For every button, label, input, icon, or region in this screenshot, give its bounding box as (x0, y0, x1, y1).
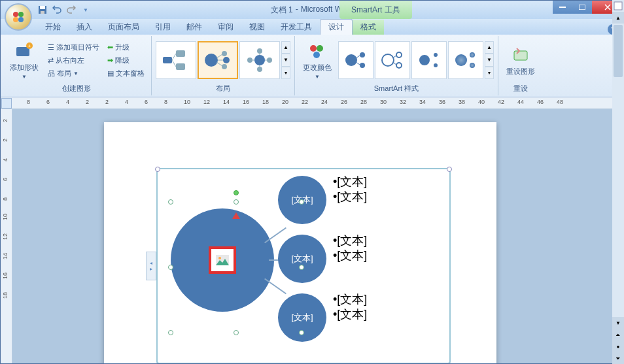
svg-line-23 (217, 62, 222, 66)
svg-point-33 (310, 45, 317, 52)
layout-option-3[interactable] (239, 41, 280, 79)
undo-icon[interactable] (52, 5, 62, 15)
svg-point-18 (222, 51, 227, 56)
layout-option-2[interactable] (198, 41, 238, 79)
minimize-button[interactable] (553, 1, 572, 14)
group-reset: 重设图形 重设 (498, 36, 543, 95)
ruler-mark: 2 (2, 119, 9, 122)
resize-handle[interactable] (168, 330, 173, 335)
resize-handle[interactable] (168, 199, 173, 205)
smartart-bullet-group[interactable]: •[文本] •[文本] (333, 292, 367, 323)
scroll-down-button[interactable]: ▼ (612, 317, 624, 329)
text-pane-toggle[interactable]: ◂▸ (146, 252, 156, 280)
ruler-mark: 48 (557, 99, 563, 105)
layout-option-1[interactable] (156, 41, 196, 79)
ruler-mark: 6 (145, 99, 148, 105)
tab-review[interactable]: 审阅 (210, 20, 241, 35)
svg-point-34 (317, 45, 323, 52)
ruler-mark: 6 (46, 99, 50, 105)
demote-button[interactable]: ➡降级 (105, 54, 147, 67)
rtl-button[interactable]: ⇄从右向左 (45, 54, 102, 67)
layout-gallery-expand: ▲ ▼ ▾ (281, 41, 290, 79)
add-shape-button[interactable]: + 添加形状 ▼ (6, 38, 43, 82)
svg-rect-8 (579, 5, 585, 10)
resize-handle[interactable] (234, 199, 239, 205)
resize-handle[interactable] (168, 265, 173, 270)
svg-point-38 (360, 63, 365, 68)
ruler-mark: 34 (419, 99, 426, 105)
resize-handle[interactable] (299, 199, 304, 205)
text-pane-button[interactable]: ▤文本窗格 (105, 67, 147, 80)
svg-point-20 (222, 64, 227, 69)
gallery-up-button[interactable]: ▲ (281, 41, 290, 54)
style-option-2[interactable] (375, 41, 410, 79)
smartart-graphic[interactable]: ◂▸ [文本] [文本] [文本] •[文本] •[文本] •[文本] (156, 168, 451, 364)
style-option-4[interactable] (448, 41, 483, 79)
rotate-handle[interactable] (234, 190, 239, 195)
svg-point-28 (257, 67, 262, 72)
svg-line-39 (356, 56, 360, 58)
vertical-scrollbar[interactable]: ▲ ▼ ⏶ ● ⏷ (612, 0, 624, 364)
promote-button[interactable]: ⬅升级 (105, 41, 147, 54)
office-button[interactable] (5, 3, 32, 31)
redo-icon[interactable] (66, 5, 77, 15)
tab-references[interactable]: 引用 (147, 20, 179, 35)
style-option-1[interactable] (338, 41, 373, 79)
svg-point-50 (470, 52, 475, 58)
ruler-mark: 44 (517, 99, 524, 105)
smartart-bullet-group[interactable]: •[文本] •[文本] (333, 233, 367, 264)
tab-design[interactable]: 设计 (320, 19, 353, 35)
change-colors-button[interactable]: 更改颜色 ▼ (299, 38, 336, 82)
ruler-mark: 16 (243, 99, 249, 105)
add-bullet-button[interactable]: ☰添加项目符号 (45, 41, 102, 54)
gallery-more-button[interactable]: ▾ (281, 67, 290, 79)
layout-icon: 品 (48, 69, 55, 78)
gallery-up-button[interactable]: ▲ (485, 41, 494, 54)
resize-handle[interactable] (299, 330, 304, 335)
adjustment-handle[interactable] (232, 212, 240, 219)
next-page-button[interactable]: ⏷ (612, 352, 624, 364)
horizontal-ruler[interactable]: 8642246810121416182022242628303234363840… (1, 97, 623, 109)
document-area[interactable]: ◂▸ [文本] [文本] [文本] •[文本] •[文本] •[文本] (12, 109, 623, 364)
tab-selector[interactable] (1, 98, 12, 108)
qat-dropdown-icon[interactable]: ▼ (80, 5, 91, 15)
gallery-down-button[interactable]: ▼ (281, 54, 290, 66)
resize-handle[interactable] (234, 330, 239, 335)
gallery-down-button[interactable]: ▼ (485, 54, 494, 66)
save-icon[interactable] (37, 5, 48, 15)
style-gallery: ▲ ▼ ▾ (338, 41, 494, 79)
tab-mailings[interactable]: 邮件 (179, 20, 210, 35)
title-bar: ▼ 文档 1 - Microsoft Word SmartArt 工具 (1, 1, 623, 19)
svg-point-49 (455, 54, 467, 66)
smartart-bullet-group[interactable]: •[文本] •[文本] (333, 174, 367, 205)
scroll-thumb[interactable] (614, 25, 623, 77)
bullet-icon: ☰ (48, 43, 54, 52)
reset-graphic-button[interactable]: 重设图形 (502, 42, 539, 79)
tab-format[interactable]: 格式 (353, 20, 384, 35)
ruler-mark: 4 (125, 99, 128, 105)
resize-handle[interactable] (299, 265, 304, 270)
scroll-up-button[interactable]: ▲ (612, 12, 624, 24)
tab-view[interactable]: 视图 (241, 20, 273, 35)
svg-line-15 (172, 54, 176, 60)
chevron-down-icon: ▼ (315, 74, 320, 80)
gallery-more-button[interactable]: ▾ (485, 67, 494, 79)
chevron-down-icon: ▼ (73, 71, 78, 76)
browse-object-button[interactable]: ● (612, 340, 624, 352)
ruler-mark: 10 (184, 99, 190, 105)
style-option-3[interactable] (411, 41, 447, 79)
vertical-ruler[interactable]: 224681012141618 (1, 109, 12, 364)
tab-home[interactable]: 开始 (37, 20, 69, 35)
tab-insert[interactable]: 插入 (69, 20, 100, 35)
svg-rect-7 (559, 7, 566, 8)
shape-selection (171, 202, 302, 333)
prev-page-button[interactable]: ⏶ (612, 329, 624, 340)
maximize-button[interactable] (572, 1, 592, 14)
view-ruler-toggle[interactable] (614, 1, 623, 10)
ruler-mark: 24 (321, 99, 328, 105)
layout-button[interactable]: 品布局▼ (45, 67, 102, 80)
tab-pagelayout[interactable]: 页面布局 (100, 20, 147, 35)
tab-developer[interactable]: 开发工具 (273, 20, 320, 35)
svg-point-43 (396, 63, 402, 68)
contextual-tab-title: SmartArt 工具 (339, 1, 412, 19)
